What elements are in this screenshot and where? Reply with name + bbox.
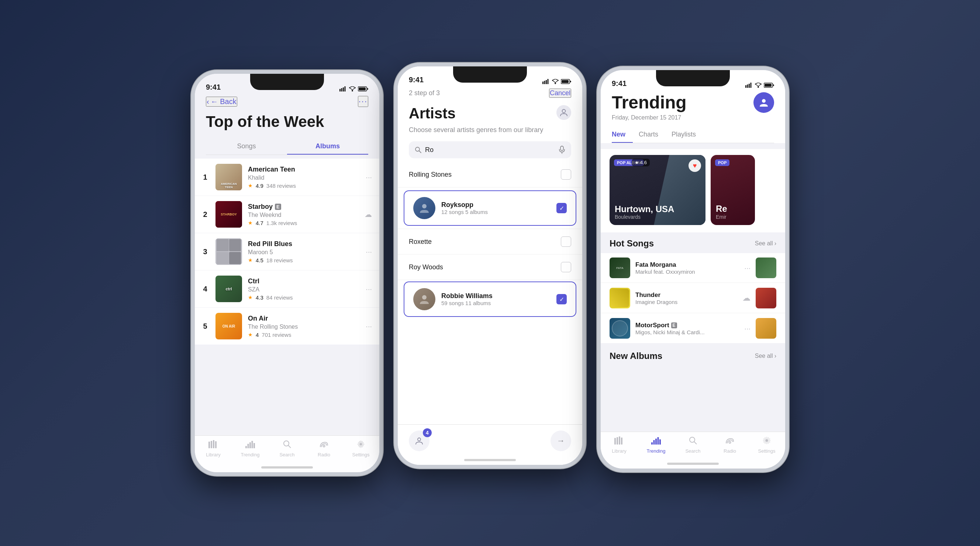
svg-rect-47 bbox=[651, 443, 653, 444]
see-all-albums[interactable]: See all › bbox=[755, 353, 776, 359]
see-all-chevron-hot: › bbox=[775, 240, 776, 247]
tab-charts[interactable]: Charts bbox=[639, 127, 666, 143]
album-artist-3: Maroon 5 bbox=[248, 249, 360, 256]
list-item[interactable]: Rolling Stones bbox=[398, 162, 582, 188]
tab-new[interactable]: New bbox=[612, 127, 633, 143]
back-button[interactable]: ‹ ← Back bbox=[206, 97, 237, 107]
list-item[interactable]: FATA Fata Morgana Markul feat. Oxxxymiro… bbox=[601, 253, 785, 283]
btab-library-label-3: Library bbox=[612, 448, 627, 454]
row-more-5[interactable]: ··· bbox=[366, 322, 372, 331]
btab-trending-1[interactable]: Trending bbox=[232, 440, 269, 457]
p3-tab-bar: New Charts Playlists bbox=[612, 127, 774, 143]
svg-rect-23 bbox=[547, 79, 549, 84]
svg-rect-0 bbox=[339, 89, 340, 91]
svg-rect-38 bbox=[751, 83, 752, 88]
featured-card-1[interactable]: POP ALBUM ♥ ★ 4.6 Hurtown, USA Boulevard… bbox=[609, 155, 705, 225]
status-icons-2 bbox=[542, 79, 571, 84]
more-icon-motorsport[interactable]: ··· bbox=[744, 324, 751, 333]
see-all-hot[interactable]: See all › bbox=[755, 240, 776, 247]
btab-radio-1[interactable]: Radio bbox=[305, 440, 342, 457]
feat-text-1: Hurtown, USA Boulevards bbox=[615, 204, 674, 220]
btab-library-3[interactable]: Library bbox=[601, 436, 638, 454]
btab-trending-3[interactable]: Trending bbox=[638, 436, 675, 454]
artists-list: Rolling Stones Royksopp 12 songs 5 albu bbox=[398, 162, 582, 317]
list-item[interactable]: MotorSport E Migos, Nicki Minaj & Cardi.… bbox=[601, 314, 785, 343]
search-input-2[interactable]: Ro bbox=[425, 146, 555, 154]
checkbox-royksopp[interactable]: ✓ bbox=[557, 203, 567, 213]
battery-icon-1 bbox=[358, 86, 368, 91]
cancel-button[interactable]: Cancel bbox=[549, 89, 571, 98]
table-row[interactable]: 5 ON AIR On Air The Rolling Stones ★ 4 7… bbox=[195, 308, 379, 345]
song-art-fata: FATA bbox=[609, 258, 630, 278]
checkbox-roy-woods[interactable] bbox=[561, 262, 571, 272]
btab-search-label-1: Search bbox=[279, 452, 294, 457]
cloud-icon-thunder[interactable]: ☁ bbox=[742, 293, 751, 303]
checkbox-roxette[interactable] bbox=[561, 237, 571, 247]
btab-settings-1[interactable]: Settings bbox=[342, 440, 379, 457]
btab-radio-3[interactable]: Radio bbox=[711, 436, 748, 454]
phone-1-screen: 9:41 ‹ ← Back ··· bbox=[195, 74, 379, 472]
checkbox-rolling-stones[interactable] bbox=[561, 169, 571, 180]
svg-line-17 bbox=[288, 445, 291, 448]
btab-settings-3[interactable]: Settings bbox=[748, 436, 785, 454]
table-row[interactable]: 3 Red Pill Blues Maroon 5 bbox=[195, 233, 379, 270]
btab-search-3[interactable]: Search bbox=[675, 436, 711, 454]
more-button[interactable]: ··· bbox=[358, 96, 368, 107]
rating-val-5: 4 bbox=[256, 332, 259, 338]
next-button[interactable]: → bbox=[550, 431, 571, 451]
featured-card-2[interactable]: POP Re Emir bbox=[711, 155, 755, 225]
search-bar-2[interactable]: Ro bbox=[409, 141, 571, 158]
profile-button[interactable] bbox=[753, 92, 774, 113]
feat-subtitle-1: Boulevards bbox=[615, 214, 674, 220]
svg-point-18 bbox=[323, 445, 325, 447]
checkbox-robbie[interactable]: ✓ bbox=[557, 294, 567, 304]
row-more-4[interactable]: ··· bbox=[366, 285, 372, 293]
song-art-right-motorsport bbox=[756, 318, 776, 339]
feat-tag-2: POP bbox=[715, 159, 729, 166]
library-icon-1 bbox=[208, 440, 218, 450]
list-item[interactable]: Roxette bbox=[398, 229, 582, 255]
radio-icon-1 bbox=[320, 440, 328, 450]
home-indicator-2 bbox=[464, 459, 516, 461]
settings-icon-3 bbox=[763, 436, 771, 447]
list-item[interactable]: Royksopp 12 songs 5 albums ✓ bbox=[404, 190, 576, 226]
list-item[interactable]: Robbie Williams 59 songs 11 albums ✓ bbox=[404, 282, 576, 317]
cloud-icon-2[interactable]: ☁ bbox=[364, 210, 372, 219]
rank-3: 3 bbox=[201, 248, 210, 256]
artist-info-royksopp: Royksopp 12 songs 5 albums bbox=[441, 201, 550, 215]
album-art-5: ON AIR bbox=[215, 313, 242, 339]
table-row[interactable]: 1 AMERICANTEEN American Teen Khalid ★ 4. bbox=[195, 159, 379, 196]
row-more-1[interactable]: ··· bbox=[366, 173, 372, 181]
svg-rect-20 bbox=[542, 81, 544, 84]
btab-search-1[interactable]: Search bbox=[269, 440, 305, 457]
search-icon-tab-1 bbox=[283, 440, 291, 450]
svg-rect-6 bbox=[359, 88, 366, 91]
more-icon-fata[interactable]: ··· bbox=[744, 264, 751, 272]
album-art-2: STARBOY bbox=[215, 201, 242, 228]
svg-rect-36 bbox=[747, 84, 748, 88]
album-art-3 bbox=[215, 238, 242, 265]
feat-text-2: Re Emir bbox=[716, 204, 727, 220]
btab-library-1[interactable]: Library bbox=[195, 440, 232, 457]
trending-date: Friday, December 15 2017 bbox=[612, 115, 774, 121]
album-artist-1: Khalid bbox=[248, 175, 360, 181]
heart-button-1[interactable]: ♥ bbox=[689, 159, 701, 172]
wifi-icon-3 bbox=[755, 83, 762, 88]
svg-rect-37 bbox=[749, 84, 750, 88]
album-info-4: Ctrl SZA ★ 4.3 84 reviews bbox=[248, 277, 360, 301]
table-row[interactable]: 4 ctrl Ctrl SZA ★ 4.3 84 reviews bbox=[195, 271, 379, 307]
list-item[interactable]: Roy Woods bbox=[398, 255, 582, 280]
list-item[interactable]: Thunder Imagine Dragons ☁ bbox=[601, 283, 785, 313]
tab-songs[interactable]: Songs bbox=[206, 138, 287, 154]
rank-5: 5 bbox=[201, 322, 210, 331]
tab-albums[interactable]: Albums bbox=[287, 138, 368, 154]
mic-icon[interactable] bbox=[558, 146, 565, 154]
svg-rect-26 bbox=[562, 80, 569, 83]
table-row[interactable]: 2 STARBOY Starboy E The Weeknd ★ bbox=[195, 196, 379, 233]
notch-1 bbox=[250, 74, 324, 90]
row-more-3[interactable]: ··· bbox=[366, 248, 372, 256]
btab-settings-label-3: Settings bbox=[758, 448, 776, 454]
artists-badge-button[interactable]: 4 bbox=[409, 431, 430, 451]
tab-playlists[interactable]: Playlists bbox=[671, 127, 703, 143]
svg-rect-49 bbox=[655, 439, 657, 444]
